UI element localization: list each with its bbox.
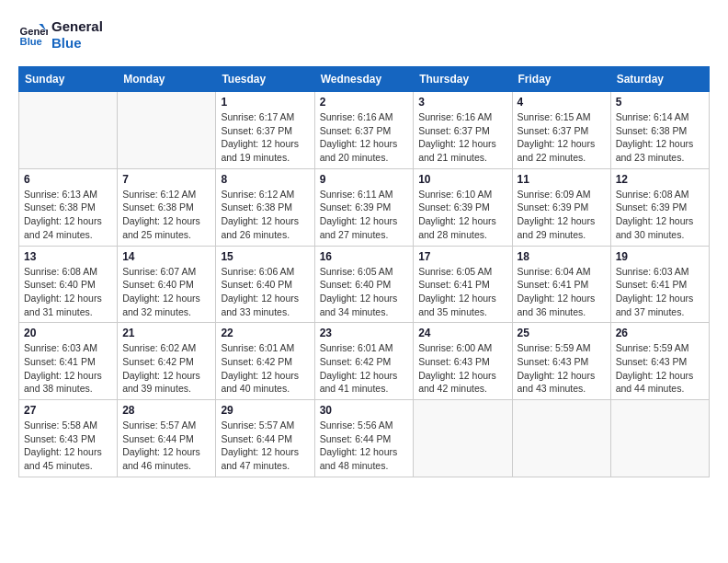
logo-blue: Blue <box>51 35 103 52</box>
header-saturday: Saturday <box>610 67 709 92</box>
week-row-1: 1Sunrise: 6:17 AMSunset: 6:37 PMDaylight… <box>19 92 710 169</box>
day-number: 16 <box>320 250 409 263</box>
calendar-cell: 21Sunrise: 6:02 AMSunset: 6:42 PMDayligh… <box>118 323 216 400</box>
calendar-cell: 4Sunrise: 6:15 AMSunset: 6:37 PMDaylight… <box>512 92 610 169</box>
calendar-cell: 23Sunrise: 6:01 AMSunset: 6:42 PMDayligh… <box>314 323 414 400</box>
calendar-cell: 1Sunrise: 6:17 AMSunset: 6:37 PMDaylight… <box>216 92 314 169</box>
calendar-cell: 17Sunrise: 6:05 AMSunset: 6:41 PMDayligh… <box>414 246 512 323</box>
calendar-cell: 15Sunrise: 6:06 AMSunset: 6:40 PMDayligh… <box>216 246 314 323</box>
day-number: 25 <box>518 327 606 339</box>
calendar-cell <box>512 400 610 477</box>
calendar-cell: 3Sunrise: 6:16 AMSunset: 6:37 PMDaylight… <box>414 92 512 169</box>
day-number: 13 <box>24 250 112 263</box>
header-thursday: Thursday <box>414 67 512 92</box>
day-number: 2 <box>320 96 409 109</box>
calendar-cell: 29Sunrise: 5:57 AMSunset: 6:44 PMDayligh… <box>216 400 314 477</box>
calendar-cell: 13Sunrise: 6:08 AMSunset: 6:40 PMDayligh… <box>19 246 118 323</box>
calendar-cell: 16Sunrise: 6:05 AMSunset: 6:40 PMDayligh… <box>314 246 414 323</box>
day-number: 30 <box>320 404 409 417</box>
calendar-cell: 10Sunrise: 6:10 AMSunset: 6:39 PMDayligh… <box>414 168 512 246</box>
day-info: Sunrise: 5:57 AMSunset: 6:44 PMDaylight:… <box>122 419 210 473</box>
day-number: 21 <box>122 327 210 339</box>
day-number: 6 <box>24 173 112 186</box>
calendar-cell: 24Sunrise: 6:00 AMSunset: 6:43 PMDayligh… <box>414 323 512 400</box>
day-info: Sunrise: 6:12 AMSunset: 6:38 PMDaylight:… <box>122 188 210 242</box>
day-number: 29 <box>221 404 309 417</box>
calendar-cell <box>414 400 512 477</box>
day-number: 4 <box>518 96 606 109</box>
calendar-cell: 7Sunrise: 6:12 AMSunset: 6:38 PMDaylight… <box>118 168 216 246</box>
day-number: 5 <box>616 96 704 109</box>
day-number: 15 <box>221 250 309 263</box>
day-number: 8 <box>221 173 309 186</box>
day-info: Sunrise: 6:05 AMSunset: 6:41 PMDaylight:… <box>418 265 506 319</box>
calendar-cell: 19Sunrise: 6:03 AMSunset: 6:41 PMDayligh… <box>610 246 709 323</box>
day-info: Sunrise: 6:08 AMSunset: 6:40 PMDaylight:… <box>24 265 112 319</box>
day-info: Sunrise: 5:57 AMSunset: 6:44 PMDaylight:… <box>221 419 309 473</box>
day-info: Sunrise: 6:04 AMSunset: 6:41 PMDaylight:… <box>518 265 606 319</box>
day-info: Sunrise: 6:03 AMSunset: 6:41 PMDaylight:… <box>24 341 112 396</box>
day-number: 12 <box>616 173 704 186</box>
calendar-cell <box>19 92 118 169</box>
calendar-cell: 20Sunrise: 6:03 AMSunset: 6:41 PMDayligh… <box>19 323 118 400</box>
day-info: Sunrise: 5:58 AMSunset: 6:43 PMDaylight:… <box>24 419 112 473</box>
day-number: 18 <box>518 250 606 263</box>
week-row-4: 20Sunrise: 6:03 AMSunset: 6:41 PMDayligh… <box>19 323 710 400</box>
day-number: 10 <box>418 173 506 186</box>
day-info: Sunrise: 6:10 AMSunset: 6:39 PMDaylight:… <box>418 188 506 242</box>
calendar-cell: 18Sunrise: 6:04 AMSunset: 6:41 PMDayligh… <box>512 246 610 323</box>
day-info: Sunrise: 6:11 AMSunset: 6:39 PMDaylight:… <box>320 188 409 242</box>
day-info: Sunrise: 6:06 AMSunset: 6:40 PMDaylight:… <box>221 265 309 319</box>
day-info: Sunrise: 6:12 AMSunset: 6:38 PMDaylight:… <box>221 188 309 242</box>
calendar-cell: 9Sunrise: 6:11 AMSunset: 6:39 PMDaylight… <box>314 168 414 246</box>
calendar-cell: 5Sunrise: 6:14 AMSunset: 6:38 PMDaylight… <box>610 92 709 169</box>
day-number: 7 <box>122 173 210 186</box>
calendar-cell: 28Sunrise: 5:57 AMSunset: 6:44 PMDayligh… <box>118 400 216 477</box>
calendar-cell: 22Sunrise: 6:01 AMSunset: 6:42 PMDayligh… <box>216 323 314 400</box>
day-info: Sunrise: 6:05 AMSunset: 6:40 PMDaylight:… <box>320 265 409 319</box>
svg-text:Blue: Blue <box>20 36 42 47</box>
day-number: 19 <box>616 250 704 263</box>
day-info: Sunrise: 6:00 AMSunset: 6:43 PMDaylight:… <box>418 341 506 396</box>
day-number: 28 <box>122 404 210 417</box>
header-tuesday: Tuesday <box>216 67 314 92</box>
calendar-cell: 6Sunrise: 6:13 AMSunset: 6:38 PMDaylight… <box>19 168 118 246</box>
week-row-2: 6Sunrise: 6:13 AMSunset: 6:38 PMDaylight… <box>19 168 710 246</box>
day-number: 14 <box>122 250 210 263</box>
calendar-cell: 11Sunrise: 6:09 AMSunset: 6:39 PMDayligh… <box>512 168 610 246</box>
logo: General Blue General Blue <box>18 18 103 52</box>
day-info: Sunrise: 6:13 AMSunset: 6:38 PMDaylight:… <box>24 188 112 242</box>
day-info: Sunrise: 6:03 AMSunset: 6:41 PMDaylight:… <box>616 265 704 319</box>
header-friday: Friday <box>512 67 610 92</box>
day-number: 23 <box>320 327 409 339</box>
calendar-cell: 14Sunrise: 6:07 AMSunset: 6:40 PMDayligh… <box>118 246 216 323</box>
day-number: 22 <box>221 327 309 339</box>
calendar-cell: 8Sunrise: 6:12 AMSunset: 6:38 PMDaylight… <box>216 168 314 246</box>
calendar-cell <box>610 400 709 477</box>
calendar-cell: 27Sunrise: 5:58 AMSunset: 6:43 PMDayligh… <box>19 400 118 477</box>
header-sunday: Sunday <box>19 67 118 92</box>
day-info: Sunrise: 6:09 AMSunset: 6:39 PMDaylight:… <box>518 188 606 242</box>
day-info: Sunrise: 6:07 AMSunset: 6:40 PMDaylight:… <box>122 265 210 319</box>
day-number: 20 <box>24 327 112 339</box>
week-row-5: 27Sunrise: 5:58 AMSunset: 6:43 PMDayligh… <box>19 400 710 477</box>
day-number: 9 <box>320 173 409 186</box>
day-info: Sunrise: 6:17 AMSunset: 6:37 PMDaylight:… <box>221 110 309 165</box>
logo-general: General <box>51 18 103 35</box>
day-info: Sunrise: 6:02 AMSunset: 6:42 PMDaylight:… <box>122 341 210 396</box>
calendar-cell: 25Sunrise: 5:59 AMSunset: 6:43 PMDayligh… <box>512 323 610 400</box>
calendar-cell <box>118 92 216 169</box>
day-info: Sunrise: 6:16 AMSunset: 6:37 PMDaylight:… <box>320 110 409 165</box>
day-info: Sunrise: 6:14 AMSunset: 6:38 PMDaylight:… <box>616 110 704 165</box>
calendar-cell: 12Sunrise: 6:08 AMSunset: 6:39 PMDayligh… <box>610 168 709 246</box>
day-number: 3 <box>418 96 506 109</box>
day-info: Sunrise: 5:56 AMSunset: 6:44 PMDaylight:… <box>320 419 409 473</box>
header-wednesday: Wednesday <box>314 67 414 92</box>
header: General Blue General Blue <box>18 18 710 52</box>
day-info: Sunrise: 5:59 AMSunset: 6:43 PMDaylight:… <box>518 341 606 396</box>
day-number: 26 <box>616 327 704 339</box>
day-number: 1 <box>221 96 309 109</box>
calendar-cell: 2Sunrise: 6:16 AMSunset: 6:37 PMDaylight… <box>314 92 414 169</box>
calendar-cell: 30Sunrise: 5:56 AMSunset: 6:44 PMDayligh… <box>314 400 414 477</box>
day-info: Sunrise: 6:15 AMSunset: 6:37 PMDaylight:… <box>518 110 606 165</box>
